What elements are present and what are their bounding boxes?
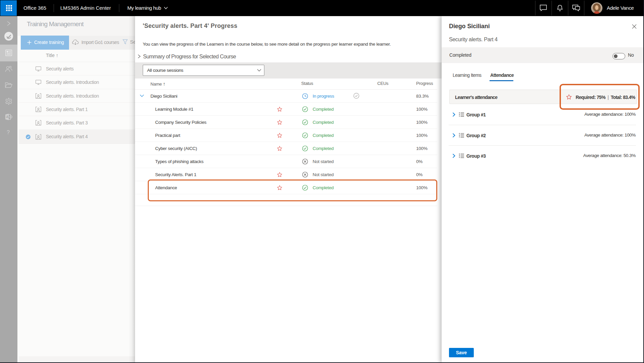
svg-text:A: A [6, 115, 8, 119]
